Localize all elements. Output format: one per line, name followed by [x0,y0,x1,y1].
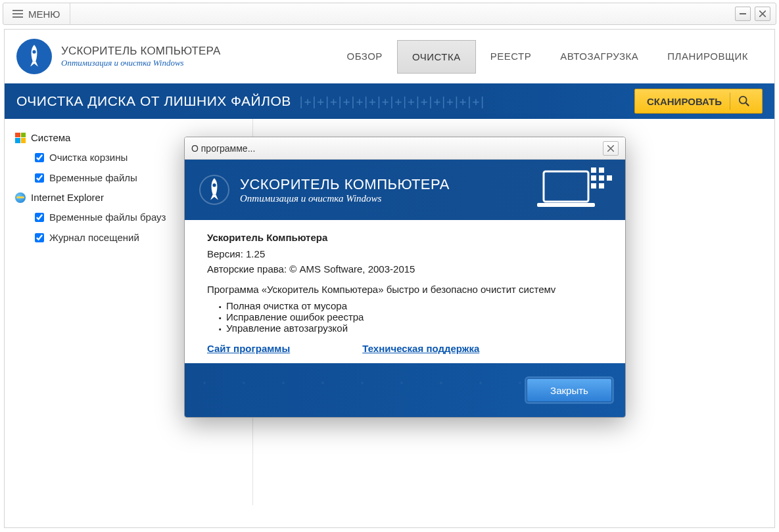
feature-item: Управление автозагрузкой [219,322,603,334]
laptop-icon [528,166,613,216]
feature-item: Исправление ошибок реестра [219,311,603,322]
tab-registry[interactable]: РЕЕСТР [476,40,546,74]
dialog-brand: УСКОРИТЕЛЬ КОМПЬЮТЕРА Оптимизация и очис… [240,176,450,204]
dialog-close-button[interactable]: Закрыть [527,378,612,402]
menu-label: МЕНЮ [28,9,60,20]
close-icon [759,11,766,17]
dialog-brand-title: УСКОРИТЕЛЬ КОМПЬЮТЕРА [240,176,450,193]
app-logo [16,39,52,74]
link-support[interactable]: Техническая поддержка [362,343,479,354]
svg-rect-0 [740,13,746,14]
dialog-logo [199,175,229,205]
item-label: Временные файлы [49,172,137,183]
svg-rect-10 [537,203,595,207]
page-title: ОЧИСТКА ДИСКА ОТ ЛИШНИХ ФАЙЛОВ [16,93,291,109]
ie-icon [15,192,26,203]
dialog-links: Сайт программы Техническая поддержка [207,343,603,354]
svg-rect-9 [544,171,588,202]
dialog-body: Ускоритель Компьютера Версия: 1.25 Автор… [185,220,625,363]
windows-icon [15,133,26,143]
about-version: Версия: 1.25 [207,248,603,259]
svg-rect-15 [607,175,612,181]
dialog-close-x[interactable] [603,141,619,156]
tab-cleanup[interactable]: ОЧИСТКА [397,40,476,74]
feature-item: Полная очистка от мусора [219,300,603,311]
item-label: Журнал посещений [49,232,139,243]
category-system-label: Система [31,132,70,143]
search-icon [738,95,750,107]
rocket-icon [24,44,44,69]
tab-startup[interactable]: АВТОЗАГРУЗКА [546,40,653,74]
svg-rect-13 [591,175,596,181]
dialog-footer: Закрыть [185,363,625,417]
scan-label: СКАНИРОВАТЬ [647,96,722,107]
page-banner: ОЧИСТКА ДИСКА ОТ ЛИШНИХ ФАЙЛОВ |+|+|+|+|… [5,83,774,119]
svg-point-3 [32,50,35,53]
svg-rect-16 [591,183,596,188]
close-icon [607,145,614,152]
checkbox-ie-temp[interactable] [35,213,44,222]
menu-button[interactable]: МЕНЮ [3,3,70,24]
brand-subtitle: Оптимизация и очистка Windows [61,58,220,68]
header: УСКОРИТЕЛЬ КОМПЬЮТЕРА Оптимизация и очис… [5,30,774,83]
about-copyright: Авторские права: © AMS Software, 2003-20… [207,263,603,275]
close-button[interactable] [755,7,770,21]
dialog-title: О программе... [191,143,255,154]
titlebar: МЕНЮ [3,3,776,25]
feature-list: Полная очистка от мусора Исправление оши… [207,300,603,334]
separator [730,93,730,110]
category-ie-label: Internet Explorer [31,192,104,203]
svg-rect-14 [599,175,604,181]
link-website[interactable]: Сайт программы [207,343,290,354]
rocket-icon [204,177,224,202]
brand-text: УСКОРИТЕЛЬ КОМПЬЮТЕРА Оптимизация и очис… [61,45,220,68]
minimize-button[interactable] [735,7,751,21]
about-app-name: Ускоритель Компьютера [207,232,603,243]
checkbox-recycle-bin[interactable] [35,153,44,162]
item-label: Очистка корзины [49,152,128,163]
main-nav: ОБЗОР ОЧИСТКА РЕЕСТР АВТОЗАГРУЗКА ПЛАНИР… [332,40,763,74]
minimize-icon [740,13,746,14]
window-controls [735,7,776,21]
svg-rect-11 [591,167,596,173]
about-description: Программа «Ускоритель Компьютера» быстро… [207,284,603,295]
dialog-titlebar[interactable]: О программе... [185,137,625,160]
dialog-brand-sub: Оптимизация и очистка Windows [240,193,450,204]
svg-rect-17 [599,183,604,188]
tab-overview[interactable]: ОБЗОР [332,40,396,74]
scan-button[interactable]: СКАНИРОВАТЬ [634,89,763,114]
svg-point-4 [740,97,747,104]
hamburger-icon [12,10,23,18]
checkbox-ie-history[interactable] [35,233,44,242]
svg-line-5 [746,103,749,106]
dialog-banner: УСКОРИТЕЛЬ КОМПЬЮТЕРА Оптимизация и очис… [185,160,625,220]
item-label: Временные файлы брауз [49,211,166,223]
tab-scheduler[interactable]: ПЛАНИРОВЩИК [653,40,763,74]
svg-point-8 [212,183,216,187]
about-dialog: О программе... УСКОРИТЕЛЬ КОМПЬЮТЕРА Опт… [184,137,626,418]
checkbox-temp-files[interactable] [35,173,44,183]
ruler-decoration: |+|+|+|+|+|+|+|+|+|+|+|+|+|+| [298,95,634,108]
brand-title: УСКОРИТЕЛЬ КОМПЬЮТЕРА [61,45,220,58]
svg-rect-12 [599,167,604,173]
